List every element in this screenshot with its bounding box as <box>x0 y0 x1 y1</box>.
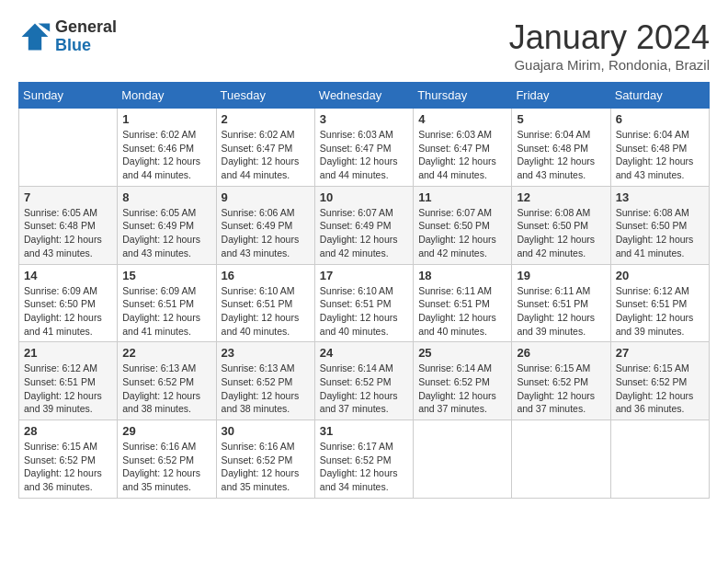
page-header: General Blue January 2024 Guajara Mirim,… <box>18 18 710 73</box>
day-number: 10 <box>320 190 408 204</box>
day-info: Sunrise: 6:02 AMSunset: 6:47 PMDaylight:… <box>222 128 310 182</box>
calendar-cell: 31Sunrise: 6:17 AMSunset: 6:52 PMDayligh… <box>314 420 413 499</box>
day-info: Sunrise: 6:09 AMSunset: 6:50 PMDaylight:… <box>24 284 112 339</box>
weekday-header-monday: Monday <box>118 83 216 109</box>
calendar-cell: 16Sunrise: 6:10 AMSunset: 6:51 PMDayligh… <box>216 264 314 342</box>
day-number: 27 <box>616 346 704 360</box>
day-info: Sunrise: 6:17 AMSunset: 6:52 PMDaylight:… <box>320 440 408 494</box>
day-number: 3 <box>320 112 408 126</box>
day-info: Sunrise: 6:07 AMSunset: 6:50 PMDaylight:… <box>418 206 506 260</box>
calendar-cell: 28Sunrise: 6:15 AMSunset: 6:52 PMDayligh… <box>19 420 118 499</box>
calendar-week-row: 1Sunrise: 6:02 AMSunset: 6:46 PMDaylight… <box>19 109 710 187</box>
calendar-cell: 5Sunrise: 6:04 AMSunset: 6:48 PMDaylight… <box>512 109 610 187</box>
month-title: January 2024 <box>509 18 710 57</box>
weekday-header-row: SundayMondayTuesdayWednesdayThursdayFrid… <box>19 83 710 109</box>
day-info: Sunrise: 6:15 AMSunset: 6:52 PMDaylight:… <box>616 362 704 416</box>
day-number: 28 <box>24 424 112 438</box>
day-info: Sunrise: 6:15 AMSunset: 6:52 PMDaylight:… <box>517 362 605 416</box>
calendar-cell <box>610 420 709 499</box>
calendar-cell: 12Sunrise: 6:08 AMSunset: 6:50 PMDayligh… <box>512 186 610 264</box>
day-info: Sunrise: 6:07 AMSunset: 6:49 PMDaylight:… <box>320 206 408 260</box>
day-number: 6 <box>616 112 704 126</box>
day-number: 11 <box>418 190 506 204</box>
day-info: Sunrise: 6:12 AMSunset: 6:51 PMDaylight:… <box>616 284 704 339</box>
day-number: 20 <box>616 269 704 282</box>
calendar-cell: 8Sunrise: 6:05 AMSunset: 6:49 PMDaylight… <box>118 186 216 264</box>
calendar-cell: 27Sunrise: 6:15 AMSunset: 6:52 PMDayligh… <box>610 342 709 420</box>
day-number: 23 <box>222 346 310 360</box>
day-number: 7 <box>24 190 112 204</box>
day-number: 1 <box>122 112 210 126</box>
day-number: 21 <box>24 346 112 360</box>
day-number: 29 <box>122 424 210 438</box>
day-info: Sunrise: 6:11 AMSunset: 6:51 PMDaylight:… <box>517 284 605 339</box>
day-info: Sunrise: 6:14 AMSunset: 6:52 PMDaylight:… <box>320 362 408 416</box>
day-info: Sunrise: 6:05 AMSunset: 6:49 PMDaylight:… <box>122 206 210 260</box>
logo: General Blue <box>18 18 117 55</box>
calendar-cell <box>19 109 118 187</box>
calendar-cell: 29Sunrise: 6:16 AMSunset: 6:52 PMDayligh… <box>118 420 216 499</box>
day-number: 31 <box>320 424 408 438</box>
calendar-cell: 3Sunrise: 6:03 AMSunset: 6:47 PMDaylight… <box>314 109 413 187</box>
calendar-cell: 30Sunrise: 6:16 AMSunset: 6:52 PMDayligh… <box>216 420 314 499</box>
day-number: 2 <box>222 112 310 126</box>
calendar-cell: 25Sunrise: 6:14 AMSunset: 6:52 PMDayligh… <box>414 342 512 420</box>
day-number: 19 <box>517 269 605 282</box>
day-number: 9 <box>222 190 310 204</box>
day-info: Sunrise: 6:09 AMSunset: 6:51 PMDaylight:… <box>122 284 210 339</box>
day-info: Sunrise: 6:13 AMSunset: 6:52 PMDaylight:… <box>222 362 310 416</box>
calendar-cell: 26Sunrise: 6:15 AMSunset: 6:52 PMDayligh… <box>512 342 610 420</box>
day-number: 25 <box>418 346 506 360</box>
weekday-header-saturday: Saturday <box>610 83 709 109</box>
weekday-header-sunday: Sunday <box>19 83 118 109</box>
day-number: 24 <box>320 346 408 360</box>
calendar-cell: 18Sunrise: 6:11 AMSunset: 6:51 PMDayligh… <box>414 264 512 342</box>
day-info: Sunrise: 6:15 AMSunset: 6:52 PMDaylight:… <box>24 440 112 494</box>
day-info: Sunrise: 6:08 AMSunset: 6:50 PMDaylight:… <box>517 206 605 260</box>
calendar-week-row: 28Sunrise: 6:15 AMSunset: 6:52 PMDayligh… <box>19 420 710 499</box>
day-number: 26 <box>517 346 605 360</box>
day-number: 15 <box>122 269 210 282</box>
day-info: Sunrise: 6:13 AMSunset: 6:52 PMDaylight:… <box>122 362 210 416</box>
day-number: 8 <box>122 190 210 204</box>
day-info: Sunrise: 6:16 AMSunset: 6:52 PMDaylight:… <box>222 440 310 494</box>
day-info: Sunrise: 6:04 AMSunset: 6:48 PMDaylight:… <box>517 128 605 182</box>
calendar-cell: 20Sunrise: 6:12 AMSunset: 6:51 PMDayligh… <box>610 264 709 342</box>
weekday-header-thursday: Thursday <box>414 83 512 109</box>
logo-text: General Blue <box>55 18 117 55</box>
calendar-cell: 13Sunrise: 6:08 AMSunset: 6:50 PMDayligh… <box>610 186 709 264</box>
logo-icon <box>18 20 51 53</box>
day-number: 17 <box>320 269 408 282</box>
title-area: January 2024 Guajara Mirim, Rondonia, Br… <box>509 18 710 73</box>
calendar-cell: 19Sunrise: 6:11 AMSunset: 6:51 PMDayligh… <box>512 264 610 342</box>
weekday-header-tuesday: Tuesday <box>216 83 314 109</box>
day-number: 14 <box>24 269 112 282</box>
location-subtitle: Guajara Mirim, Rondonia, Brazil <box>509 57 710 73</box>
weekday-header-wednesday: Wednesday <box>314 83 413 109</box>
day-number: 22 <box>122 346 210 360</box>
calendar-week-row: 7Sunrise: 6:05 AMSunset: 6:48 PMDaylight… <box>19 186 710 264</box>
day-info: Sunrise: 6:10 AMSunset: 6:51 PMDaylight:… <box>320 284 408 339</box>
day-number: 13 <box>616 190 704 204</box>
day-info: Sunrise: 6:03 AMSunset: 6:47 PMDaylight:… <box>418 128 506 182</box>
calendar-cell: 2Sunrise: 6:02 AMSunset: 6:47 PMDaylight… <box>216 109 314 187</box>
calendar-cell: 15Sunrise: 6:09 AMSunset: 6:51 PMDayligh… <box>118 264 216 342</box>
calendar-cell: 17Sunrise: 6:10 AMSunset: 6:51 PMDayligh… <box>314 264 413 342</box>
day-number: 30 <box>222 424 310 438</box>
calendar-table: SundayMondayTuesdayWednesdayThursdayFrid… <box>18 82 710 499</box>
day-number: 4 <box>418 112 506 126</box>
calendar-cell: 7Sunrise: 6:05 AMSunset: 6:48 PMDaylight… <box>19 186 118 264</box>
calendar-cell: 24Sunrise: 6:14 AMSunset: 6:52 PMDayligh… <box>314 342 413 420</box>
day-info: Sunrise: 6:06 AMSunset: 6:49 PMDaylight:… <box>222 206 310 260</box>
day-info: Sunrise: 6:16 AMSunset: 6:52 PMDaylight:… <box>122 440 210 494</box>
calendar-cell: 23Sunrise: 6:13 AMSunset: 6:52 PMDayligh… <box>216 342 314 420</box>
calendar-cell: 22Sunrise: 6:13 AMSunset: 6:52 PMDayligh… <box>118 342 216 420</box>
calendar-cell: 14Sunrise: 6:09 AMSunset: 6:50 PMDayligh… <box>19 264 118 342</box>
day-info: Sunrise: 6:14 AMSunset: 6:52 PMDaylight:… <box>418 362 506 416</box>
day-info: Sunrise: 6:03 AMSunset: 6:47 PMDaylight:… <box>320 128 408 182</box>
logo-general-text: General <box>55 18 117 37</box>
calendar-cell <box>512 420 610 499</box>
day-info: Sunrise: 6:12 AMSunset: 6:51 PMDaylight:… <box>24 362 112 416</box>
day-number: 5 <box>517 112 605 126</box>
logo-blue-text: Blue <box>55 37 117 55</box>
